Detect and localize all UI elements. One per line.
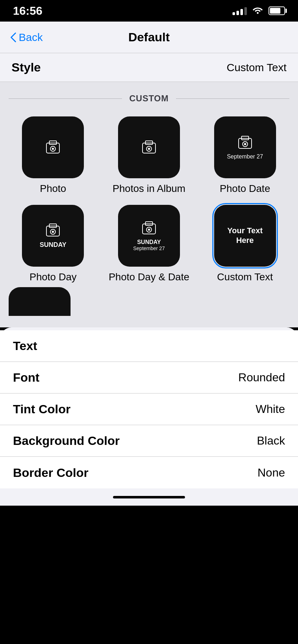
svg-point-4	[52, 148, 54, 150]
section-line-left	[9, 98, 122, 99]
signal-icon	[232, 6, 247, 15]
border-color-value: None	[258, 466, 285, 479]
home-indicator	[0, 488, 298, 506]
nav-title: Default	[128, 30, 170, 44]
text-row-label: Text	[13, 339, 37, 353]
status-time: 16:56	[13, 4, 42, 18]
svg-point-12	[244, 143, 246, 145]
widget-day-text: SUNDAY	[40, 241, 66, 249]
status-icons	[232, 5, 285, 16]
widget-label-photo-day-date: Photo Day & Date	[109, 271, 189, 283]
svg-point-16	[52, 231, 54, 233]
font-row-label: Font	[13, 371, 40, 385]
widget-box-photo[interactable]	[22, 116, 84, 178]
tint-color-label: Tint Color	[13, 402, 71, 416]
home-bar	[113, 496, 185, 498]
status-bar: 16:56	[0, 0, 298, 22]
widget-item-custom-text: Your Text Here Custom Text	[200, 205, 289, 283]
background-color-label: Background Color	[13, 434, 120, 448]
widget-box-custom-text[interactable]: Your Text Here	[214, 205, 276, 267]
font-row[interactable]: Font Rounded	[0, 362, 298, 394]
style-value: Custom Text	[227, 61, 286, 74]
wifi-icon	[252, 5, 263, 16]
svg-point-20	[148, 229, 150, 231]
nav-bar: Back Default	[0, 22, 298, 53]
style-row[interactable]: Style Custom Text	[0, 53, 298, 82]
border-color-label: Border Color	[13, 466, 89, 480]
widget-item-photo-date: September 27 Photo Date	[200, 116, 289, 195]
battery-icon	[268, 6, 285, 15]
border-color-row[interactable]: Border Color None	[0, 457, 298, 488]
section-title: CUSTOM	[129, 93, 169, 104]
widget-day-date-text: SUNDAY September 27	[133, 239, 165, 251]
text-row[interactable]: Text	[0, 330, 298, 362]
widget-grid-area: CUSTOM Photo	[0, 82, 298, 327]
tint-color-value: White	[256, 402, 285, 416]
widget-item-photo-day: SUNDAY Photo Day	[9, 205, 98, 283]
section-header: CUSTOM	[9, 93, 289, 104]
widget-label-custom-text: Custom Text	[217, 271, 273, 283]
widget-label-photos-album: Photos in Album	[113, 183, 185, 195]
widget-label-photo-day: Photo Day	[30, 271, 77, 283]
widget-label-photo-date: Photo Date	[220, 183, 270, 195]
tint-color-row[interactable]: Tint Color White	[0, 394, 298, 425]
background-color-row[interactable]: Background Color Black	[0, 425, 298, 457]
custom-text-display: Your Text Here	[214, 226, 276, 245]
widget-partial	[9, 287, 71, 316]
section-line-right	[176, 98, 289, 99]
back-label: Back	[19, 31, 43, 43]
widget-box-photo-date[interactable]: September 27	[214, 116, 276, 178]
back-button[interactable]: Back	[10, 31, 43, 43]
font-row-value: Rounded	[238, 371, 285, 384]
widget-item-photo-day-date: SUNDAY September 27 Photo Day & Date	[105, 205, 194, 283]
bottom-panel: Text Font Rounded Tint Color White Backg…	[0, 327, 298, 488]
style-label: Style	[12, 60, 41, 74]
background-color-value: Black	[257, 434, 285, 447]
widget-box-photo-day-date[interactable]: SUNDAY September 27	[118, 205, 180, 267]
svg-point-8	[148, 148, 150, 150]
widget-box-photo-day[interactable]: SUNDAY	[22, 205, 84, 267]
widget-item-photos-album: Photos in Album	[105, 116, 194, 195]
widget-grid: Photo Photos in Album	[9, 116, 289, 283]
widget-box-photos-album[interactable]	[118, 116, 180, 178]
widget-item-photo: Photo	[9, 116, 98, 195]
widget-date-text: September 27	[227, 153, 263, 160]
widget-label-photo: Photo	[40, 183, 66, 195]
svg-point-0	[257, 12, 259, 14]
